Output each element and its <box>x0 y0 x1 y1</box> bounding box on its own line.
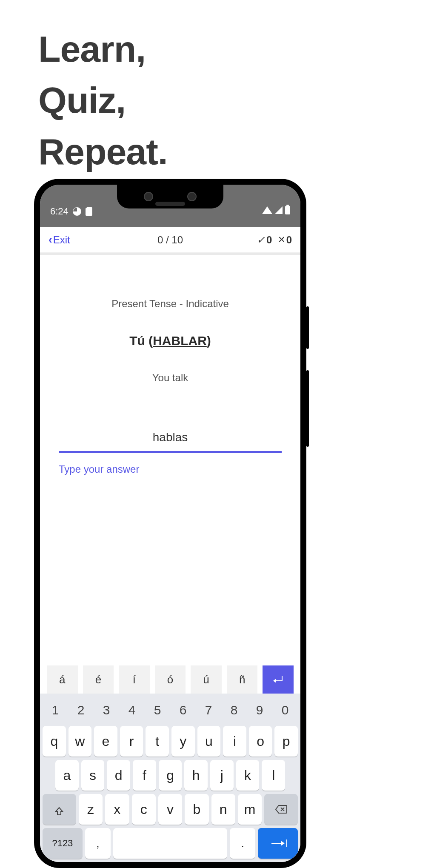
marketing-headline: Learn, Quiz, Repeat. <box>38 23 168 177</box>
translation-text: You talk <box>40 372 300 384</box>
keyboard-number-row: 1 2 3 4 5 6 7 8 9 0 <box>43 698 298 722</box>
number-key[interactable]: 9 <box>247 703 272 717</box>
system-keyboard: 1 2 3 4 5 6 7 8 9 0 q w e r t y u i o <box>40 694 300 862</box>
chevron-left-icon: ‹ <box>49 233 52 246</box>
x-icon <box>278 234 285 246</box>
letter-key[interactable]: t <box>146 726 169 757</box>
letter-key[interactable]: n <box>211 794 235 825</box>
accent-key-u[interactable]: ú <box>191 665 222 694</box>
front-camera-icon <box>187 192 197 201</box>
letter-key[interactable]: d <box>107 760 130 791</box>
headline-line-1: Learn, <box>38 23 168 74</box>
submit-button[interactable] <box>263 665 294 694</box>
letter-key[interactable]: o <box>249 726 272 757</box>
status-bar: 6:24 <box>40 185 300 227</box>
letter-key[interactable]: u <box>197 726 221 757</box>
keyboard-bottom-row: ?123 , . <box>43 828 298 859</box>
letter-key[interactable]: y <box>171 726 195 757</box>
check-icon <box>257 234 265 246</box>
spacebar-key[interactable] <box>113 828 227 859</box>
letter-key[interactable]: c <box>132 794 156 825</box>
letter-key[interactable]: s <box>81 760 105 791</box>
number-key[interactable]: 2 <box>68 703 94 717</box>
incorrect-score: 0 <box>278 234 292 246</box>
letter-key[interactable]: f <box>133 760 156 791</box>
correct-score: 0 <box>257 234 272 246</box>
accent-key-o[interactable]: ó <box>155 665 186 694</box>
number-key[interactable]: 0 <box>272 703 298 717</box>
accent-key-i[interactable]: í <box>119 665 150 694</box>
shift-key[interactable] <box>43 794 76 825</box>
number-key[interactable]: 5 <box>145 703 170 717</box>
letter-key[interactable]: v <box>158 794 182 825</box>
number-key[interactable]: 8 <box>221 703 247 717</box>
period-key[interactable]: . <box>230 828 255 859</box>
phone-side-button <box>306 306 309 349</box>
letter-key[interactable]: x <box>105 794 129 825</box>
wifi-icon <box>262 206 272 214</box>
keyboard-row: a s d f g h j k l <box>43 760 298 791</box>
enter-icon <box>274 676 283 683</box>
keyboard-row: z x c v b n m <box>43 794 298 825</box>
letter-key[interactable]: p <box>274 726 298 757</box>
arrow-right-icon <box>271 843 284 844</box>
tense-label: Present Tense - Indicative <box>40 298 300 310</box>
headline-line-2: Quiz, <box>38 74 168 126</box>
verb-text: HABLAR <box>153 334 207 348</box>
score-display: 0 0 <box>257 234 292 246</box>
letter-key[interactable]: j <box>210 760 234 791</box>
number-key[interactable]: 1 <box>43 703 68 717</box>
quiz-prompt: Tú (HABLAR) <box>40 334 300 348</box>
pronoun-text: Tú <box>129 334 145 348</box>
letter-key[interactable]: q <box>43 726 66 757</box>
exit-label: Exit <box>53 234 70 246</box>
quiz-progress: 0 / 10 <box>157 234 183 246</box>
quiz-card: Present Tense - Indicative Tú (HABLAR) Y… <box>40 255 300 475</box>
number-key[interactable]: 3 <box>94 703 119 717</box>
letter-key[interactable]: w <box>69 726 92 757</box>
letter-key[interactable]: l <box>262 760 285 791</box>
phone-frame: 6:24 ‹ Exit 0 / 10 0 0 Pr <box>34 179 306 868</box>
letter-key[interactable]: i <box>223 726 246 757</box>
battery-icon <box>285 206 290 214</box>
sd-card-icon <box>86 207 92 216</box>
shift-icon <box>54 804 64 814</box>
phone-notch <box>117 185 223 208</box>
backspace-key[interactable] <box>264 794 298 825</box>
notification-icon <box>73 207 81 216</box>
letter-key[interactable]: z <box>79 794 103 825</box>
front-camera-icon <box>144 192 153 201</box>
letter-key[interactable]: r <box>120 726 143 757</box>
symbols-key[interactable]: ?123 <box>43 828 83 859</box>
accent-key-row: á é í ó ú ñ <box>40 665 300 694</box>
exit-button[interactable]: ‹ Exit <box>49 233 70 246</box>
progress-bar <box>40 253 300 255</box>
answer-field-wrap: hablas Type your answer <box>59 431 282 475</box>
keyboard-row: q w e r t y u i o p <box>43 726 298 757</box>
comma-key[interactable]: , <box>85 828 111 859</box>
number-key[interactable]: 4 <box>119 703 145 717</box>
number-key[interactable]: 7 <box>196 703 221 717</box>
accent-key-n[interactable]: ñ <box>227 665 258 694</box>
headline-line-3: Repeat. <box>38 126 168 177</box>
speaker-icon <box>155 202 185 206</box>
answer-input[interactable]: hablas <box>59 431 282 453</box>
letter-key[interactable]: b <box>185 794 208 825</box>
letter-key[interactable]: a <box>55 760 79 791</box>
letter-key[interactable]: g <box>159 760 182 791</box>
accent-key-a[interactable]: á <box>47 665 78 694</box>
answer-hint-label: Type your answer <box>59 463 282 475</box>
letter-key[interactable]: k <box>236 760 260 791</box>
phone-screen: 6:24 ‹ Exit 0 / 10 0 0 Pr <box>40 185 300 862</box>
phone-side-button <box>306 370 309 447</box>
app-header: ‹ Exit 0 / 10 0 0 <box>40 227 300 253</box>
letter-key[interactable]: h <box>184 760 208 791</box>
letter-key[interactable]: m <box>238 794 262 825</box>
status-time: 6:24 <box>50 206 69 217</box>
backspace-icon <box>275 802 288 817</box>
go-key[interactable] <box>258 828 298 859</box>
signal-icon <box>275 206 283 214</box>
number-key[interactable]: 6 <box>170 703 196 717</box>
accent-key-e[interactable]: é <box>83 665 114 694</box>
letter-key[interactable]: e <box>94 726 117 757</box>
